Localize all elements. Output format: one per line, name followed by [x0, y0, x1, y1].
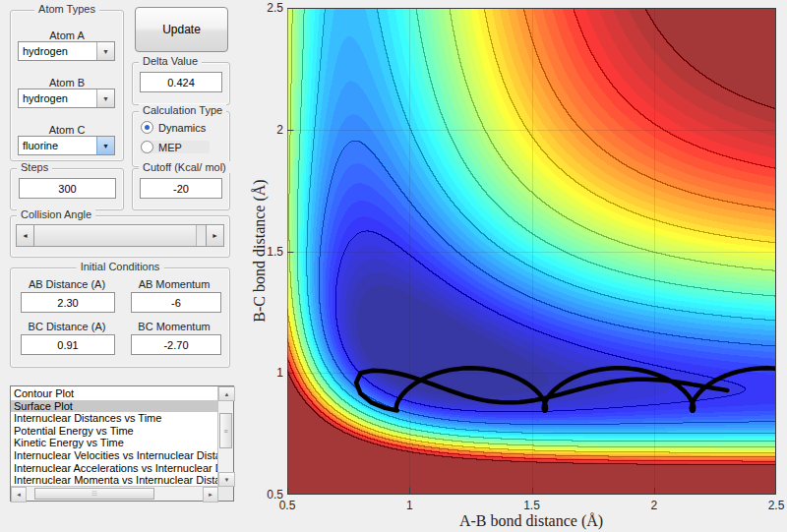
steps-field[interactable]: 300 [19, 178, 116, 199]
contour-plot-canvas [287, 8, 776, 495]
x-tick-label: 1.5 [523, 499, 540, 512]
list-item[interactable]: Contour Plot [11, 387, 218, 400]
plot-type-list-items: Contour PlotSurface PlotInternuclear Dis… [11, 387, 218, 487]
ab-distance-field[interactable]: 2.30 [21, 292, 115, 313]
radio-mep-label: MEP [158, 142, 182, 153]
radio-off-icon[interactable] [141, 141, 153, 153]
list-item[interactable]: Internuclear Accelerations vs Internucle… [11, 462, 218, 475]
atom-b-combo[interactable]: hydrogen ▼ [18, 89, 115, 108]
bc-distance-label: BC Distance (A) [19, 321, 115, 332]
chevron-down-icon[interactable]: ▼ [96, 89, 114, 107]
collision-angle-title: Collision Angle [17, 208, 95, 220]
bc-momentum-label: BC Momentum [127, 321, 221, 332]
atom-c-combo[interactable]: fluorine ▼ [18, 136, 115, 155]
ab-distance-label: AB Distance (A) [19, 278, 115, 290]
update-button[interactable]: Update [135, 7, 228, 52]
delta-value-panel: Delta Value 0.424 [132, 62, 230, 105]
chevron-down-icon[interactable]: ▼ [96, 42, 114, 60]
atom-types-panel: Atom Types Atom A hydrogen ▼ Atom B hydr… [10, 10, 124, 161]
x-axis-label: A-B bond distance (Å) [459, 512, 603, 530]
list-item[interactable]: Internuclear Velocities vs Internuclear … [11, 449, 218, 462]
y-tick-label: 1 [258, 366, 283, 380]
ab-momentum-field[interactable]: -6 [131, 292, 221, 313]
scroll-down-icon[interactable]: ▼ [218, 472, 235, 487]
atom-types-title: Atom Types [34, 3, 99, 15]
x-tick-label: 2 [650, 499, 657, 512]
calculation-type-title: Calculation Type [139, 104, 226, 116]
plot-area [287, 8, 776, 495]
collision-angle-panel: Collision Angle ◄ ► [10, 215, 230, 258]
slider-thumb[interactable] [34, 225, 197, 246]
slider-left-arrow-icon[interactable]: ◄ [17, 225, 34, 246]
list-item[interactable]: Internuclear Distances vs Time [11, 412, 218, 425]
scroll-right-icon[interactable]: ► [203, 487, 218, 502]
bc-momentum-field[interactable]: -2.70 [131, 334, 221, 355]
atom-b-label: Atom B [11, 77, 123, 89]
y-tick-label: 2.5 [258, 1, 283, 15]
delta-value-title: Delta Value [139, 55, 202, 67]
collision-angle-slider[interactable]: ◄ ► [16, 224, 224, 247]
x-tick-label: 2.5 [768, 499, 785, 512]
list-item[interactable]: Surface Plot [11, 400, 218, 413]
cutoff-field[interactable]: -20 [140, 178, 222, 199]
atom-a-combo-value: hydrogen [19, 45, 96, 57]
scroll-left-icon[interactable]: ◄ [11, 487, 27, 502]
initial-conditions-panel: Initial Conditions AB Distance (A) AB Mo… [10, 267, 230, 368]
list-item[interactable]: Potential Energy vs Time [11, 425, 218, 438]
horizontal-scrollbar[interactable]: ◄ ⫶⫶⫶ ► [11, 486, 218, 501]
bc-distance-field[interactable]: 0.91 [21, 334, 115, 355]
cutoff-title: Cutoff (Kcal/ mol) [139, 161, 230, 173]
y-tick-label: 0.5 [258, 488, 283, 502]
vertical-scrollbar[interactable]: ▲ ≡ ▼ [217, 386, 233, 487]
list-item[interactable]: Internuclear Momenta vs Internuclear Dis… [11, 474, 218, 487]
calculation-type-panel: Calculation Type Dynamics MEP [132, 111, 230, 167]
x-tick-label: 1 [406, 499, 413, 512]
scroll-up-icon[interactable]: ▲ [218, 386, 235, 401]
delta-value-field[interactable]: 0.424 [140, 72, 222, 92]
steps-title: Steps [17, 161, 52, 173]
atom-a-label: Atom A [11, 30, 123, 41]
plot-type-listbox[interactable]: Contour PlotSurface PlotInternuclear Dis… [10, 385, 234, 502]
radio-dynamics[interactable]: Dynamics [141, 121, 206, 134]
radio-mep[interactable]: MEP [141, 141, 210, 153]
atom-b-combo-value: hydrogen [19, 92, 96, 104]
scrollbar-corner [218, 487, 233, 501]
steps-panel: Steps 300 [10, 168, 124, 210]
initial-conditions-title: Initial Conditions [77, 261, 164, 272]
horizontal-scroll-thumb[interactable]: ⫶⫶⫶ [34, 488, 154, 500]
y-tick-label: 2 [258, 123, 283, 137]
ab-momentum-label: AB Momentum [127, 278, 221, 290]
chevron-down-icon[interactable]: ▼ [96, 137, 114, 154]
atom-c-combo-value: fluorine [19, 140, 96, 151]
list-item[interactable]: Kinetic Energy vs Time [11, 437, 218, 449]
vertical-scroll-thumb[interactable]: ≡ [219, 413, 232, 448]
atom-c-label: Atom C [11, 124, 123, 136]
radio-on-icon[interactable] [141, 121, 153, 134]
cutoff-panel: Cutoff (Kcal/ mol) -20 [132, 168, 230, 210]
radio-dynamics-label: Dynamics [158, 122, 206, 134]
slider-right-arrow-icon[interactable]: ► [206, 225, 223, 246]
atom-a-combo[interactable]: hydrogen ▼ [18, 41, 115, 61]
y-axis-label: B-C bond distance (Å) [251, 179, 269, 322]
